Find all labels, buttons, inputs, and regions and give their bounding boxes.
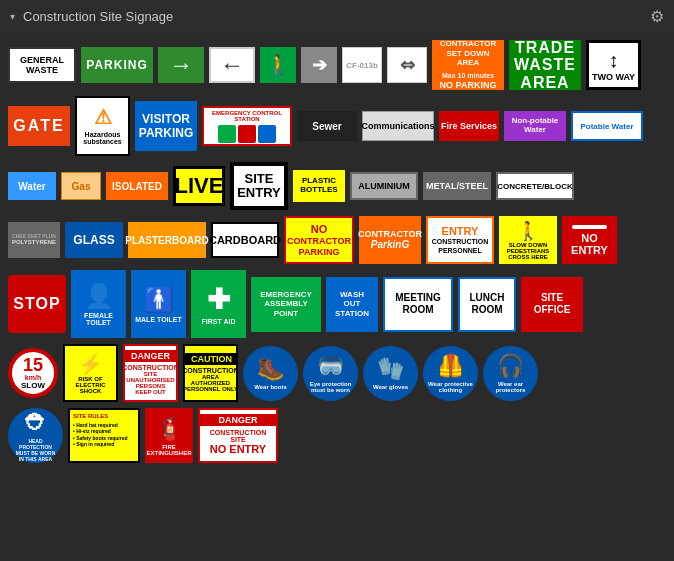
- isolated-sign[interactable]: ISOLATED: [106, 172, 168, 200]
- wear-boots-sign[interactable]: 🥾 Wear boots: [243, 346, 298, 401]
- slow-down-sign[interactable]: 🚶 SLOW DOWN PEDESTRIANS CROSS HERE: [499, 216, 557, 264]
- trade-waste-sign[interactable]: TRADE WASTE AREA: [509, 40, 581, 90]
- row-2: GATE ⚠ Hazardous substances VISITOR PARK…: [8, 96, 666, 156]
- contractor-set-down-sign[interactable]: CONTRACTOR SET DOWN AREA Max 10 minutes …: [432, 40, 504, 90]
- hazardous-warning-icon: ⚠: [94, 105, 112, 129]
- speed-limit-sign[interactable]: 15 km/h SLOW: [8, 348, 58, 398]
- right-arrow-icon: →: [169, 51, 193, 79]
- metal-steel-sign[interactable]: METAL/STEEL: [423, 172, 491, 200]
- bidirectional-icon: ⇔: [400, 54, 415, 76]
- danger-construction-sign[interactable]: DANGER CONSTRUCTION SITE UNAUTHORISED PE…: [123, 344, 178, 402]
- titlebar-left: ▾ Construction Site Signage: [10, 9, 173, 24]
- fire-extinguisher-sign[interactable]: 🧯 FIRE EXTINGUISHER: [145, 408, 193, 463]
- sewer-sign[interactable]: Sewer: [297, 111, 357, 141]
- no-entry-sign[interactable]: NO ENTRY: [562, 216, 617, 264]
- gate-sign[interactable]: GATE: [8, 106, 70, 146]
- gas-sign[interactable]: Gas: [61, 172, 101, 200]
- contractor-parking-sign[interactable]: CONTRACTOR ParkinG: [359, 216, 421, 264]
- first-aid-sign[interactable]: ✚ FIRST AID: [191, 270, 246, 338]
- hazardous-sign[interactable]: ⚠ Hazardous substances: [75, 96, 130, 156]
- wear-protective-clothing-sign[interactable]: 🦺 Wear protective clothing: [423, 346, 478, 401]
- arrow-grey-icon: ➔: [312, 54, 327, 76]
- ear-muffs-icon: 🎧: [497, 353, 524, 379]
- hard-hat-icon: ⛑: [25, 410, 47, 436]
- glass-sign[interactable]: GLASS: [65, 222, 123, 258]
- entry-construction-sign[interactable]: ENTRY CONSTRUCTION PERSONNEL: [426, 216, 494, 264]
- signs-grid: GENERAL WASTE PARKING → ← 🚶 ➔ CF-013b ⇔: [8, 40, 666, 463]
- parking-sign[interactable]: PARKING: [81, 47, 153, 83]
- male-icon: 🚹: [144, 286, 174, 314]
- site-rules-sign[interactable]: SITE RULES • Hard hat required • Hi-viz …: [68, 408, 140, 463]
- row-5: STOP 👤 FEMALE TOILET 🚹 MALE TOILET ✚ FIR…: [8, 270, 666, 338]
- emergency-assembly-sign[interactable]: EMERGENCY ASSEMBLY POINT: [251, 277, 321, 332]
- male-toilet-sign[interactable]: 🚹 MALE TOILET: [131, 270, 186, 338]
- head-protection-sign[interactable]: ⛑ HEAD PROTECTION MUST BE WORN IN THIS A…: [8, 408, 63, 463]
- site-office-sign[interactable]: SITE OFFICE: [521, 277, 583, 332]
- eye-protection-sign[interactable]: 🥽 Eye protection must be worn: [303, 346, 358, 401]
- fire-extinguisher-icon: 🧯: [156, 416, 183, 442]
- female-icon: 👤: [84, 282, 114, 310]
- left-arrow-icon: ←: [220, 51, 244, 79]
- no-contractor-parking-sign[interactable]: NO CONTRACTOR PARKING: [284, 216, 354, 264]
- meeting-room-sign[interactable]: MEETING ROOM: [383, 277, 453, 332]
- stop-sign[interactable]: STOP: [8, 275, 66, 333]
- exit-sign[interactable]: 🚶: [260, 47, 296, 83]
- plasterboard-sign[interactable]: PLASTERBOARD: [128, 222, 206, 258]
- plastic-bottles-sign[interactable]: PLASTIC BOTTLES: [293, 170, 345, 202]
- arrow-right-grey-sign[interactable]: ➔: [301, 47, 337, 83]
- gloves-icon: 🧤: [377, 356, 404, 382]
- row-4: CHEK SHET PLUN POLYSTYRENE GLASS PLASTER…: [8, 216, 666, 264]
- settings-icon[interactable]: ⚙: [650, 7, 664, 26]
- non-potable-sign[interactable]: Non-potable Water: [504, 111, 566, 141]
- concrete-block-sign[interactable]: CONCRETE/BLOCK: [496, 172, 574, 200]
- two-way-arrow-icon: ↕: [609, 49, 619, 72]
- row-7: ⛑ HEAD PROTECTION MUST BE WORN IN THIS A…: [8, 408, 666, 463]
- boots-icon: 🥾: [257, 356, 284, 382]
- danger-no-entry-sign[interactable]: DANGER CONSTRUCTION SITE NO ENTRY: [198, 408, 278, 463]
- app-title: Construction Site Signage: [23, 9, 173, 24]
- visitor-parking-sign[interactable]: VISITOR PARKING: [135, 101, 197, 151]
- female-toilet-sign[interactable]: 👤 FEMALE TOILET: [71, 270, 126, 338]
- bidirectional-sign[interactable]: ⇔: [387, 47, 427, 83]
- wear-gloves-sign[interactable]: 🧤 Wear gloves: [363, 346, 418, 401]
- fire-services-sign[interactable]: Fire Services: [439, 111, 499, 141]
- caution-construction-sign[interactable]: CAUTION CONSTRUCTION AREA AUTHORIZED PER…: [183, 344, 238, 402]
- live-sign[interactable]: LIVE: [173, 166, 225, 206]
- exit-icon: 🚶: [266, 53, 291, 77]
- wash-out-station-sign[interactable]: WASH OUT STATION: [326, 277, 378, 332]
- general-waste-sign[interactable]: GENERAL WASTE: [8, 47, 76, 83]
- titlebar: ▾ Construction Site Signage ⚙: [0, 0, 674, 32]
- lunch-room-sign[interactable]: LUNCH ROOM: [458, 277, 516, 332]
- row-1: GENERAL WASTE PARKING → ← 🚶 ➔ CF-013b ⇔: [8, 40, 666, 90]
- first-aid-cross-icon: ✚: [207, 283, 230, 316]
- cardboard-sign[interactable]: CARDBOARD: [211, 222, 279, 258]
- vest-icon: 🦺: [437, 353, 464, 379]
- polystyrene-sign[interactable]: CHEK SHET PLUN POLYSTYRENE: [8, 222, 60, 258]
- main-content: GENERAL WASTE PARKING → ← 🚶 ➔ CF-013b ⇔: [0, 32, 674, 561]
- wear-ear-protectors-sign[interactable]: 🎧 Wear ear protectors: [483, 346, 538, 401]
- collapse-icon[interactable]: ▾: [10, 11, 15, 22]
- two-way-sign[interactable]: ↕ TWO WAY: [586, 40, 641, 90]
- risk-electric-sign[interactable]: ⚡ RISK OF ELECTRIC SHOCK: [63, 344, 118, 402]
- site-entry-sign[interactable]: SITE ENTRY: [230, 162, 288, 210]
- aluminium-sign[interactable]: ALUMINIUM: [350, 172, 418, 200]
- row-3: Water Gas ISOLATED LIVE SITE ENTRY PLAST…: [8, 162, 666, 210]
- emergency-control-sign[interactable]: EMERGENCY CONTROL STATION: [202, 106, 292, 146]
- communications-sign[interactable]: Communications: [362, 111, 434, 141]
- arrow-left-white-sign[interactable]: ←: [209, 47, 255, 83]
- arrow-right-green-sign[interactable]: →: [158, 47, 204, 83]
- water-sign[interactable]: Water: [8, 172, 56, 200]
- cf013b-sign[interactable]: CF-013b: [342, 47, 382, 83]
- electric-bolt-icon: ⚡: [78, 352, 103, 376]
- goggles-icon: 🥽: [317, 353, 344, 379]
- row-6: 15 km/h SLOW ⚡ RISK OF ELECTRIC SHOCK DA…: [8, 344, 666, 402]
- potable-water-sign[interactable]: Potable Water: [571, 111, 643, 141]
